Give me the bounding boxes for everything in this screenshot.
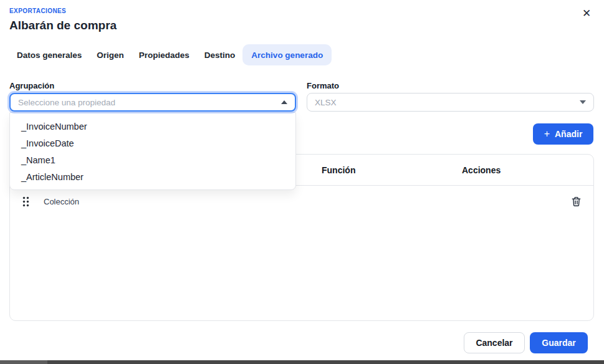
table-row: Colección [10, 186, 593, 217]
dropdown-option-invoicenumber[interactable]: _InvoiceNumber [10, 118, 295, 135]
formato-select[interactable]: XLSX [307, 93, 594, 112]
agrupacion-search-input[interactable] [18, 98, 276, 107]
cancel-button[interactable]: Cancelar [464, 332, 525, 353]
breadcrumb-eyebrow: EXPORTACIONES [9, 7, 66, 14]
agrupacion-select[interactable] [9, 93, 296, 112]
add-button[interactable]: + Añadir [533, 123, 593, 145]
dropdown-option-articlenumber[interactable]: _ArticleNumber [10, 168, 295, 185]
drag-handle-icon[interactable] [22, 196, 29, 207]
tab-datos-generales[interactable]: Datos generales [9, 44, 89, 65]
agrupacion-dropdown-list: _InvoiceNumber _InvoiceDate _Name1 _Arti… [9, 112, 296, 190]
chevron-up-icon [281, 100, 287, 104]
delete-row-button[interactable] [570, 195, 582, 208]
row-property-label: Colección [44, 197, 79, 206]
tab-destino[interactable]: Destino [197, 44, 243, 65]
tab-bar: Datos generales Origen Propiedades Desti… [9, 44, 332, 65]
table-header-funcion: Función [322, 165, 462, 175]
formato-label: Formato [307, 81, 339, 90]
export-modal: EXPORTACIONES Albarán de compra ✕ Datos … [0, 0, 604, 364]
trash-icon [572, 196, 581, 207]
tab-archivo-generado[interactable]: Archivo generado [242, 44, 332, 65]
tab-origen[interactable]: Origen [89, 44, 132, 65]
table-header-acciones: Acciones [462, 165, 593, 175]
close-icon[interactable]: ✕ [578, 5, 595, 21]
add-button-label: Añadir [555, 129, 582, 139]
dropdown-option-invoicedate[interactable]: _InvoiceDate [10, 135, 295, 151]
agrupacion-label: Agrupación [9, 81, 54, 90]
plus-icon: + [544, 129, 550, 139]
formato-value: XLSX [315, 98, 575, 107]
save-button[interactable]: Guardar [530, 332, 588, 353]
tab-propiedades[interactable]: Propiedades [132, 44, 197, 65]
chevron-down-icon [580, 100, 586, 104]
window-bottom-edge [0, 360, 604, 364]
dropdown-option-name1[interactable]: _Name1 [10, 151, 295, 168]
page-title: Albarán de compra [9, 19, 117, 32]
